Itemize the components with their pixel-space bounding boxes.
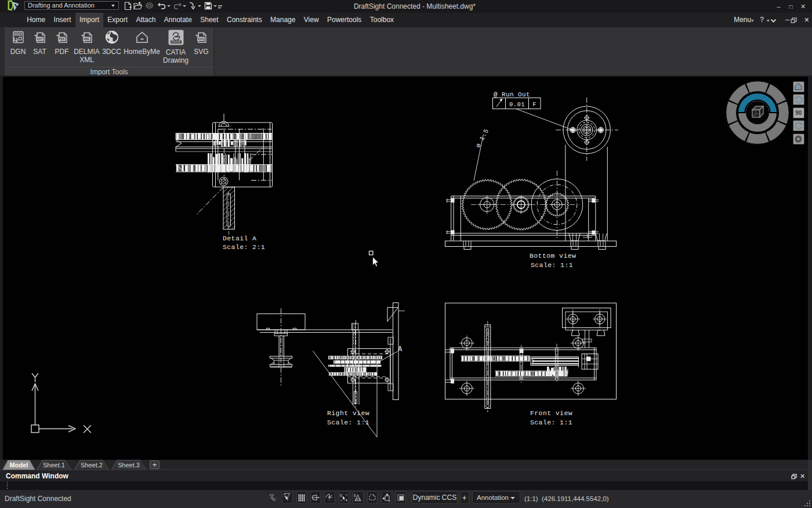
svg-text:Scale: 1:1: Scale: 1:1 (530, 419, 572, 426)
svg-text:Detail A: Detail A (223, 235, 256, 242)
svg-text:Scale: 1:1: Scale: 1:1 (531, 261, 573, 269)
svg-text:SVG: SVG (198, 37, 205, 41)
svg-text:Front view: Front view (530, 409, 572, 417)
svg-text:Bottom view: Bottom view (530, 252, 576, 260)
svg-text:Scale: 1:1: Scale: 1:1 (327, 419, 369, 426)
svg-text:XML: XML (83, 37, 90, 41)
svg-text:E: E (354, 493, 357, 498)
svg-text:0.01: 0.01 (509, 101, 525, 108)
svg-text:SAT: SAT (37, 37, 43, 41)
svg-text:CATIA: CATIA (171, 41, 180, 44)
svg-text:Right view: Right view (327, 409, 369, 417)
svg-text:Scale: 2:1: Scale: 2:1 (223, 243, 265, 251)
svg-text:DGN: DGN (15, 33, 22, 36)
svg-text:@ Run Out: @ Run Out (494, 91, 530, 98)
svg-text:A: A (398, 345, 403, 354)
svg-text:F: F (532, 101, 536, 108)
